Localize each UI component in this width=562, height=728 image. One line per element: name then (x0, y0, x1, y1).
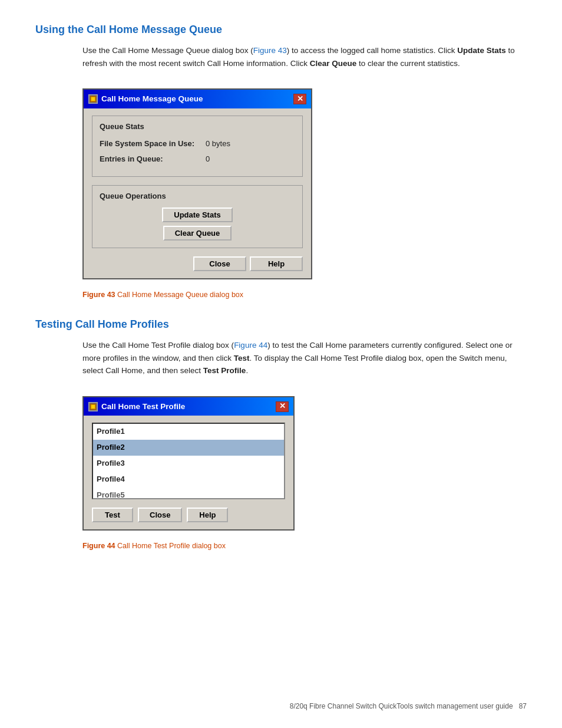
svg-rect-1 (91, 97, 95, 101)
dialog2-titlebar: Call Home Test Profile ✕ (84, 397, 293, 416)
figure43-caption: Figure 43 Call Home Message Queue dialog… (82, 289, 527, 301)
dialog1-title: Call Home Message Queue (101, 93, 203, 106)
profile-item-5[interactable]: Profile5 (93, 487, 284, 500)
entries-row: Entries in Queue: 0 (100, 153, 295, 166)
queue-ops-group: Queue Operations Update Stats Clear Queu… (92, 185, 303, 248)
page-footer: 8/20q Fibre Channel Switch QuickTools sw… (290, 702, 527, 710)
file-system-label: File System Space in Use: (100, 138, 206, 150)
svg-rect-3 (91, 405, 95, 409)
dialog1-bottom-buttons: Close Help (92, 256, 303, 271)
profile-item-4[interactable]: Profile4 (93, 472, 284, 487)
profile-listbox[interactable]: Profile1 Profile2 Profile3 Profile4 Prof… (92, 423, 285, 499)
figure44-link[interactable]: Figure 44 (234, 341, 267, 350)
dialog2-icon (88, 402, 98, 411)
file-system-row: File System Space in Use: 0 bytes (100, 138, 295, 150)
dialog1-close-x[interactable]: ✕ (293, 94, 306, 104)
section2-paragraph: Use the Call Home Test Profile dialog bo… (82, 339, 527, 377)
figure43-link[interactable]: Figure 43 (253, 46, 287, 55)
queue-stats-group: Queue Stats File System Space in Use: 0 … (92, 116, 303, 177)
update-stats-button[interactable]: Update Stats (162, 207, 232, 222)
dialog2-title: Call Home Test Profile (101, 400, 185, 413)
figure44-caption: Figure 44 Call Home Test Profile dialog … (82, 540, 527, 552)
entries-value: 0 (206, 153, 210, 166)
dialog2-help-button[interactable]: Help (187, 508, 228, 522)
profile-item-2[interactable]: Profile2 (93, 440, 284, 456)
dialog2-close-button[interactable]: Close (138, 508, 182, 522)
queue-stats-legend: Queue Stats (100, 121, 295, 133)
file-system-value: 0 bytes (206, 138, 230, 150)
dialog1-close-button[interactable]: Close (193, 256, 246, 271)
section1-heading: Using the Call Home Message Queue (35, 24, 527, 36)
dialog2-close-x[interactable]: ✕ (276, 401, 289, 412)
clear-queue-button[interactable]: Clear Queue (163, 226, 232, 241)
call-home-message-queue-dialog: Call Home Message Queue ✕ Queue Stats Fi… (82, 88, 312, 279)
dialog1-help-button[interactable]: Help (250, 256, 303, 271)
test-button[interactable]: Test (92, 508, 133, 522)
profile-item-1[interactable]: Profile1 (93, 424, 284, 440)
call-home-test-profile-dialog: Call Home Test Profile ✕ Profile1 Profil… (82, 396, 295, 531)
section1-paragraph: Use the Call Home Message Queue dialog b… (82, 44, 527, 70)
dialog1-titlebar: Call Home Message Queue ✕ (84, 90, 311, 108)
queue-ops-legend: Queue Operations (100, 190, 295, 203)
profile-item-3[interactable]: Profile3 (93, 456, 284, 472)
entries-label: Entries in Queue: (100, 153, 206, 166)
dialog2-bottom-buttons: Test Close Help (92, 508, 285, 522)
section2-heading: Testing Call Home Profiles (35, 318, 527, 331)
dialog1-icon (88, 94, 98, 104)
